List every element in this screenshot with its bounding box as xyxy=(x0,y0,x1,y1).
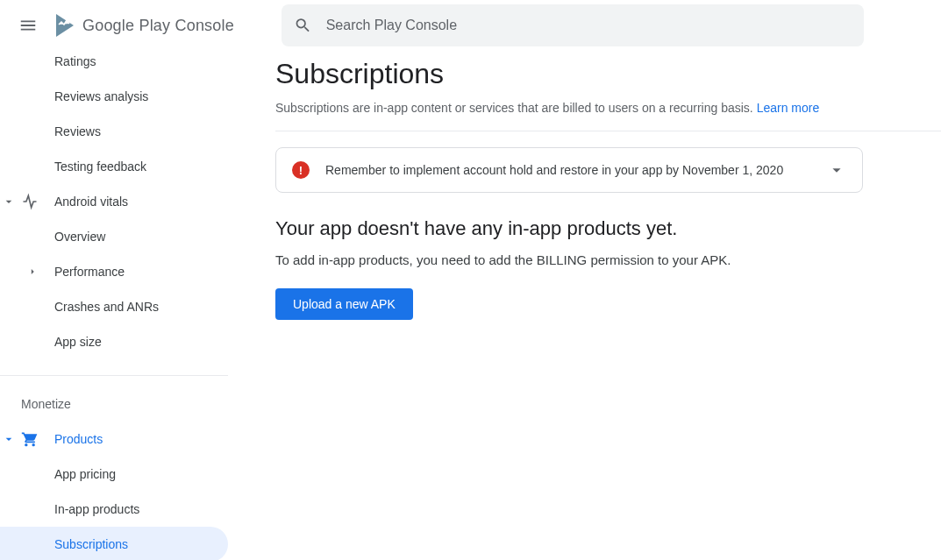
logo[interactable]: Google Play Console xyxy=(54,13,234,38)
nav-label: Subscriptions xyxy=(54,537,128,551)
nav-label: In-app products xyxy=(54,502,139,516)
chevron-down-icon xyxy=(2,432,16,446)
nav-label: Crashes and ANRs xyxy=(54,300,159,314)
page-title: Subscriptions xyxy=(275,58,941,90)
search-icon xyxy=(294,16,312,35)
sidebar-item-crashes[interactable]: Crashes and ANRs xyxy=(0,289,228,324)
play-console-logo-icon xyxy=(54,13,75,38)
sidebar-item-app-size[interactable]: App size xyxy=(0,324,228,359)
nav-label: Products xyxy=(54,432,103,446)
alert-message: Remember to implement account hold and r… xyxy=(325,163,827,177)
nav-label: App pricing xyxy=(54,467,116,481)
chevron-right-icon xyxy=(26,266,39,278)
nav-label: Reviews analysis xyxy=(54,89,148,103)
error-icon xyxy=(292,161,310,179)
nav-label: Ratings xyxy=(54,54,96,68)
sidebar-item-subscriptions[interactable]: Subscriptions xyxy=(0,527,228,560)
section-label-monetize: Monetize xyxy=(0,376,228,422)
alert-banner[interactable]: Remember to implement account hold and r… xyxy=(275,147,863,193)
nav-label: App size xyxy=(54,335,102,349)
sidebar-item-inapp-products[interactable]: In-app products xyxy=(0,492,228,527)
empty-state-description: To add in-app products, you need to add … xyxy=(275,252,941,267)
hamburger-icon xyxy=(18,16,38,35)
page-subtitle: Subscriptions are in-app content or serv… xyxy=(275,101,941,131)
subtitle-text: Subscriptions are in-app content or serv… xyxy=(275,101,757,115)
sidebar-item-reviews-analysis[interactable]: Reviews analysis xyxy=(0,79,228,114)
sidebar-item-performance[interactable]: Performance xyxy=(0,254,228,289)
nav-label: Overview xyxy=(54,230,105,244)
vitals-icon xyxy=(21,193,39,210)
sidebar-item-testing-feedback[interactable]: Testing feedback xyxy=(0,149,228,184)
nav-label: Testing feedback xyxy=(54,159,146,174)
empty-state-title: Your app doesn't have any in-app product… xyxy=(275,217,941,240)
sidebar-item-android-vitals[interactable]: Android vitals xyxy=(0,184,228,219)
search-input[interactable] xyxy=(326,18,852,33)
sidebar: Ratings Reviews analysis Reviews Testing… xyxy=(0,51,228,560)
search-bar[interactable] xyxy=(282,4,864,46)
menu-button[interactable] xyxy=(7,4,49,46)
sidebar-item-overview[interactable]: Overview xyxy=(0,219,228,254)
sidebar-item-app-pricing[interactable]: App pricing xyxy=(0,457,228,492)
nav-label: Reviews xyxy=(54,124,101,138)
learn-more-link[interactable]: Learn more xyxy=(757,101,820,115)
cart-icon xyxy=(21,430,39,448)
nav-label: Performance xyxy=(54,265,125,279)
sidebar-item-products[interactable]: Products xyxy=(0,422,228,457)
top-bar: Google Play Console xyxy=(0,0,941,51)
main-content: Subscriptions Subscriptions are in-app c… xyxy=(228,51,941,560)
chevron-down-icon xyxy=(827,160,846,180)
chevron-down-icon xyxy=(2,195,16,209)
upload-apk-button[interactable]: Upload a new APK xyxy=(275,288,413,320)
nav-label: Android vitals xyxy=(54,195,128,209)
sidebar-item-ratings[interactable]: Ratings xyxy=(0,51,228,79)
sidebar-item-reviews[interactable]: Reviews xyxy=(0,114,228,149)
logo-text: Google Play Console xyxy=(82,17,234,35)
